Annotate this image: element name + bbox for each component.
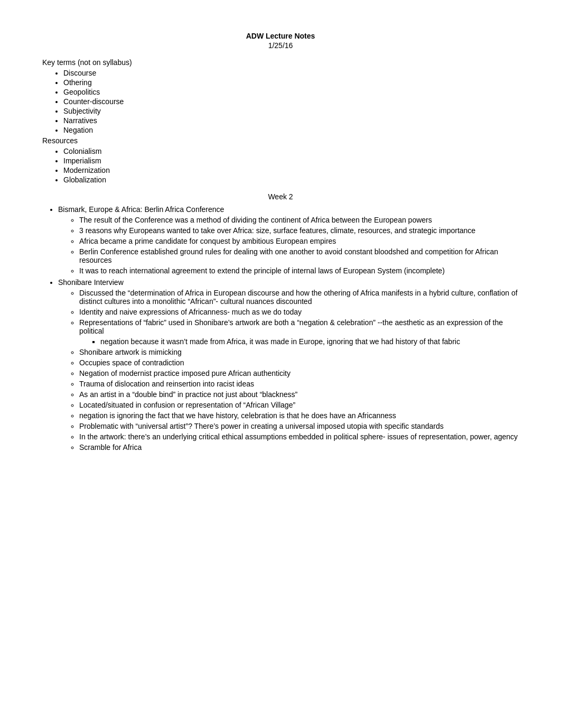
main-list-item: Bismark, Europe & Africa: Berlin Africa …: [58, 205, 519, 275]
main-item-label: Shonibare Interview: [58, 278, 124, 287]
sub-list-item: The result of the Conference was a metho…: [79, 216, 519, 224]
resource-item: Globalization: [63, 176, 519, 184]
main-content-list: Bismark, Europe & Africa: Berlin Africa …: [58, 205, 519, 451]
key-term-item: Narratives: [63, 116, 519, 125]
resource-item: Colonialism: [63, 147, 519, 155]
page-date: 1/25/16: [42, 41, 519, 50]
sub-list: Discussed the “determination of Africa i…: [79, 289, 519, 451]
key-term-item: Negation: [63, 126, 519, 134]
sub-list-item: negation is ignoring the fact that we ha…: [79, 411, 519, 420]
sub-list-item: Africa became a prime candidate for conq…: [79, 237, 519, 245]
sub-sub-list-item: negation because it wasn’t made from Afr…: [100, 337, 519, 346]
sub-sub-list: negation because it wasn’t made from Afr…: [100, 337, 519, 346]
sub-list-item: Located/situated in confusion or represe…: [79, 401, 519, 409]
sub-list-item: Occupies space of contradiction: [79, 358, 519, 367]
sub-list-item: Shonibare artwork is mimicking: [79, 348, 519, 356]
sub-list-item: Identity and naive expressions of Africa…: [79, 308, 519, 316]
key-terms-header: Key terms (not on syllabus): [42, 58, 519, 67]
sub-list: The result of the Conference was a metho…: [79, 216, 519, 275]
sub-list-item: Representations of “fabric” used in Shon…: [79, 318, 519, 346]
key-term-item: Geopolitics: [63, 88, 519, 96]
sub-list-item: In the artwork: there’s an underlying cr…: [79, 432, 519, 441]
sub-list-item: 3 reasons why Europeans wanted to take o…: [79, 226, 519, 235]
main-item-label: Bismark, Europe & Africa: Berlin Africa …: [58, 205, 224, 214]
resources-header: Resources: [42, 136, 519, 145]
page-title: ADW Lecture Notes: [42, 32, 519, 40]
sub-list-item: Berlin Conference established ground rul…: [79, 247, 519, 264]
key-terms-list: DiscourseOtheringGeopoliticsCounter-disc…: [63, 69, 519, 134]
main-list-item: Shonibare InterviewDiscussed the “determ…: [58, 278, 519, 451]
key-term-item: Subjectivity: [63, 107, 519, 115]
resource-item: Modernization: [63, 166, 519, 174]
sub-list-item: Trauma of dislocation and reinsertion in…: [79, 380, 519, 388]
key-term-item: Counter-discourse: [63, 97, 519, 106]
key-term-item: Othering: [63, 78, 519, 87]
sub-list-item: It was to reach international agreement …: [79, 266, 519, 275]
sub-list-item: Problematic with “universal artist”? The…: [79, 422, 519, 430]
sub-list-item: As an artist in a “double bind” in pract…: [79, 390, 519, 399]
sub-list-item: Negation of modernist practice imposed p…: [79, 369, 519, 377]
week-title: Week 2: [42, 192, 519, 201]
sub-list-item: Scramble for Africa: [79, 443, 519, 451]
resource-item: Imperialism: [63, 156, 519, 165]
key-term-item: Discourse: [63, 69, 519, 77]
resources-list: ColonialismImperialismModernizationGloba…: [63, 147, 519, 184]
sub-list-item: Discussed the “determination of Africa i…: [79, 289, 519, 306]
